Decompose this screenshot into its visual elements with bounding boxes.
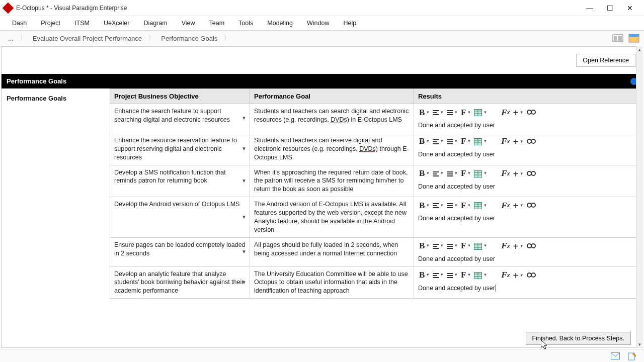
dropdown-icon[interactable]: ▼ [242, 248, 247, 255]
clear-format-button[interactable]: Fx [500, 200, 511, 211]
breadcrumb-item-2[interactable]: Performance Goals [156, 34, 222, 43]
image-button[interactable] [489, 270, 499, 281]
bold-button[interactable]: B▼ [418, 107, 431, 118]
dropdown-icon[interactable]: ▼ [242, 177, 247, 185]
align-button[interactable]: ▼ [432, 136, 445, 147]
result-text[interactable]: Done and accepted by user [418, 214, 636, 223]
font-button[interactable]: F▼ [460, 200, 472, 211]
cell-goal[interactable]: The Android version of E-Octopus LMS is … [250, 197, 414, 238]
font-button[interactable]: F▼ [460, 241, 472, 252]
result-text[interactable]: Done and accepted by user [418, 183, 636, 191]
col-header-results[interactable]: Results [414, 89, 640, 104]
menu-diagram[interactable]: Diagram [136, 18, 174, 29]
menu-team[interactable]: Team [202, 18, 232, 29]
align-button[interactable]: ▼ [432, 200, 445, 211]
minimize-button[interactable]: — [580, 0, 600, 16]
col-header-objective[interactable]: Project Business Objective [110, 89, 250, 104]
list-button[interactable]: ▼ [446, 241, 459, 252]
dropdown-icon[interactable]: ▼ [242, 115, 247, 122]
image-button[interactable] [489, 200, 499, 211]
align-button[interactable]: ▼ [432, 107, 445, 118]
find-button[interactable] [526, 107, 537, 118]
clear-format-button[interactable]: Fx [500, 270, 511, 281]
cell-objective[interactable]: Develop an analytic feature that analyze… [110, 266, 250, 299]
font-button[interactable]: F▼ [460, 270, 472, 281]
table-button[interactable]: ▼ [473, 270, 488, 281]
scroll-down-icon[interactable]: ▾ [638, 341, 641, 348]
panel-icon[interactable] [627, 32, 641, 44]
image-button[interactable] [489, 241, 499, 252]
image-button[interactable] [489, 107, 499, 118]
insert-button[interactable]: +▼ [512, 107, 524, 118]
bold-button[interactable]: B▼ [418, 200, 431, 211]
cell-objective[interactable]: Develop the Android version of Octopus L… [110, 197, 250, 238]
finished-back-button[interactable]: Finished. Back to Process Steps. [526, 332, 631, 345]
vertical-scrollbar[interactable]: ▴ ▾ [636, 46, 643, 348]
breadcrumb-item-1[interactable]: Evaluate Overall Project Performance [28, 34, 147, 43]
image-button[interactable] [489, 136, 499, 147]
dropdown-icon[interactable]: ▼ [242, 145, 247, 152]
cell-objective[interactable]: Enhance the resource reservation feature… [110, 133, 250, 165]
result-text[interactable]: Done and accepted by user [418, 255, 636, 263]
edit-icon[interactable] [628, 352, 637, 359]
menu-tools[interactable]: Tools [231, 18, 260, 29]
cell-goal[interactable]: Students and teachers can reserve digita… [250, 133, 414, 165]
list-button[interactable]: ▼ [446, 136, 459, 147]
bold-button[interactable]: B▼ [418, 270, 431, 281]
insert-button[interactable]: +▼ [512, 270, 524, 281]
align-button[interactable]: ▼ [432, 270, 445, 281]
list-button[interactable]: ▼ [446, 270, 459, 281]
list-button[interactable]: ▼ [446, 200, 459, 211]
list-button[interactable]: ▼ [446, 107, 459, 118]
dropdown-icon[interactable]: ▼ [242, 214, 247, 221]
clear-format-button[interactable]: Fx [500, 107, 511, 118]
menu-itsm[interactable]: ITSM [67, 18, 97, 29]
clear-format-button[interactable]: Fx [500, 241, 511, 252]
menu-window[interactable]: Window [300, 18, 336, 29]
menu-help[interactable]: Help [336, 18, 363, 29]
bold-button[interactable]: B▼ [418, 168, 431, 179]
cell-objective[interactable]: Ensure pages can be loaded competely loa… [110, 237, 250, 266]
mail-icon[interactable] [611, 352, 620, 359]
result-text[interactable]: Done and accepted by user [418, 150, 636, 159]
insert-button[interactable]: +▼ [512, 241, 524, 252]
close-button[interactable]: ✕ [620, 0, 640, 16]
insert-button[interactable]: +▼ [512, 200, 524, 211]
clear-format-button[interactable]: Fx [500, 136, 511, 147]
font-button[interactable]: F▼ [460, 107, 472, 118]
font-button[interactable]: F▼ [460, 136, 472, 147]
open-reference-button[interactable]: Open Reference [576, 54, 635, 67]
clear-format-button[interactable]: Fx [500, 168, 511, 179]
menu-uexceler[interactable]: UeXceler [97, 18, 136, 29]
layout-icon[interactable] [611, 32, 625, 44]
find-button[interactable] [526, 136, 537, 147]
menu-project[interactable]: Project [34, 18, 67, 29]
cell-objective[interactable]: Develop a SMS notification function that… [110, 165, 250, 197]
find-button[interactable] [526, 241, 537, 252]
dropdown-icon[interactable]: ▼ [242, 279, 247, 286]
insert-button[interactable]: +▼ [512, 168, 524, 179]
menu-dash[interactable]: Dash [5, 18, 34, 29]
table-button[interactable]: ▼ [473, 200, 488, 211]
breadcrumb-root[interactable]: ... [3, 34, 19, 43]
table-button[interactable]: ▼ [473, 107, 488, 118]
cell-goal[interactable]: All pages should be fully loaded in 2 se… [250, 237, 414, 266]
cell-results[interactable]: B▼▼▼F▼▼Fx+▼Done and accepted by user [414, 237, 640, 266]
cell-results[interactable]: B▼▼▼F▼▼Fx+▼Done and accepted by user [414, 165, 640, 197]
menu-modeling[interactable]: Modeling [260, 18, 300, 29]
cell-results[interactable]: B▼▼▼F▼▼Fx+▼Done and accepted by user [414, 266, 640, 299]
cell-objective[interactable]: Enhance the search feature to support se… [110, 104, 250, 133]
result-text[interactable]: Done and accepted by user [418, 284, 636, 293]
cell-results[interactable]: B▼▼▼F▼▼Fx+▼Done and accepted by user [414, 133, 640, 165]
cell-goal[interactable]: When it's approaching the required retur… [250, 165, 414, 197]
scroll-up-icon[interactable]: ▴ [638, 46, 641, 53]
bold-button[interactable]: B▼ [418, 136, 431, 147]
cell-goal[interactable]: The University Education Committee will … [250, 266, 414, 299]
table-button[interactable]: ▼ [473, 168, 488, 179]
cell-results[interactable]: B▼▼▼F▼▼Fx+▼Done and accepted by user [414, 104, 640, 133]
align-button[interactable]: ▼ [432, 168, 445, 179]
find-button[interactable] [526, 200, 537, 211]
list-button[interactable]: ▼ [446, 168, 459, 179]
find-button[interactable] [526, 270, 537, 281]
insert-button[interactable]: +▼ [512, 136, 524, 147]
